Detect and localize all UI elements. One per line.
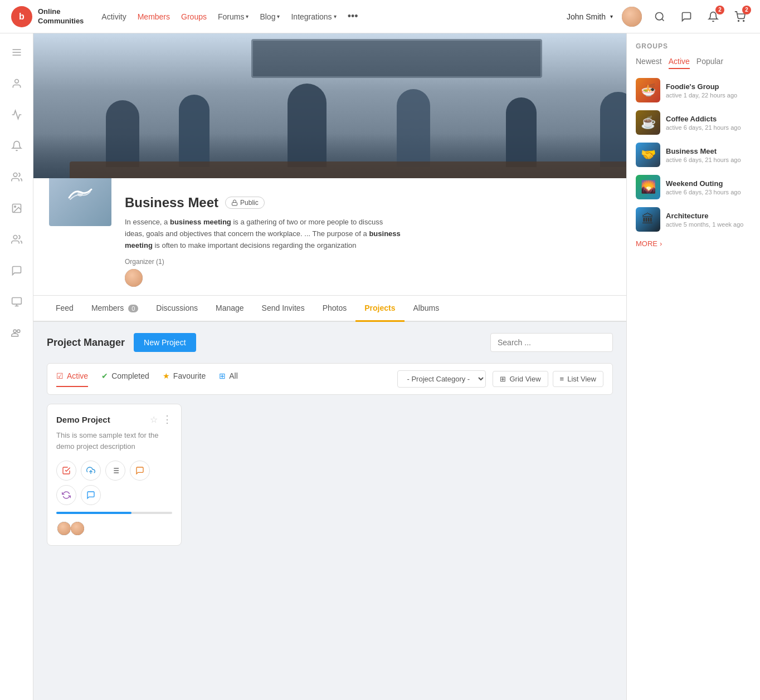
card-icons xyxy=(56,461,172,505)
notifications-button[interactable]: 2 xyxy=(704,8,722,26)
progress-fill xyxy=(56,512,131,514)
grid-view-icon: ⊞ xyxy=(500,375,506,383)
project-card: Demo Project ☆ ⋮ This is some sample tex… xyxy=(47,404,182,546)
tab-discussions[interactable]: Discussions xyxy=(147,296,207,322)
sidebar-user-icon[interactable] xyxy=(7,74,27,94)
notifications-badge: 2 xyxy=(715,6,724,14)
cart-button[interactable]: 2 xyxy=(731,8,749,26)
nav-activity[interactable]: Activity xyxy=(101,12,126,21)
card-description: This is some sample text for the demo pr… xyxy=(56,430,172,452)
sidebar-pages-icon[interactable] xyxy=(7,292,27,312)
more-groups-link[interactable]: MORE › xyxy=(636,239,751,248)
sidebar-tab-active[interactable]: Active xyxy=(669,57,690,69)
sidebar-group-tabs: Newest Active Popular xyxy=(636,57,751,69)
filter-all[interactable]: ⊞ All xyxy=(219,371,238,387)
list-item[interactable]: 🤝 Business Meet active 6 days, 21 hours … xyxy=(636,143,751,167)
chat-orange-icon-button[interactable] xyxy=(130,461,150,481)
member-avatar-2 xyxy=(70,521,85,536)
nav-blog[interactable]: Blog ▾ xyxy=(260,12,280,21)
group-info-weekend: Weekend Outing active 6 days, 23 hours a… xyxy=(666,179,751,195)
svg-point-10 xyxy=(14,206,15,208)
filter-favourite[interactable]: ★ Favourite xyxy=(163,371,206,387)
group-thumb-weekend: 🌄 xyxy=(636,175,660,199)
sidebar-tab-newest[interactable]: Newest xyxy=(636,57,662,69)
filter-active[interactable]: ☑ Active xyxy=(56,371,88,387)
svg-point-7 xyxy=(14,80,18,84)
svg-rect-12 xyxy=(12,298,21,305)
sidebar-friends-icon[interactable] xyxy=(7,229,27,249)
group-info-coffee: Coffee Addicts active 6 days, 21 hours a… xyxy=(666,115,751,131)
sidebar-activity-icon[interactable] xyxy=(7,105,27,125)
sidebar-chat-icon[interactable] xyxy=(7,261,27,281)
sidebar-notification-icon[interactable] xyxy=(7,136,27,156)
svg-point-2 xyxy=(738,20,739,21)
svg-rect-16 xyxy=(232,202,237,205)
svg-point-11 xyxy=(13,236,17,239)
list-item[interactable]: 🏛 Architecture active 5 months, 1 week a… xyxy=(636,207,751,232)
group-info-architecture: Architecture active 5 months, 1 week ago xyxy=(666,212,751,228)
message-blue-icon-button[interactable] xyxy=(81,485,101,505)
progress-bar xyxy=(56,512,172,514)
project-manager-title: Project Manager xyxy=(47,337,125,349)
list-item[interactable]: 🌄 Weekend Outing active 6 days, 23 hours… xyxy=(636,175,751,199)
svg-line-1 xyxy=(662,18,664,21)
card-menu-button[interactable]: ⋮ xyxy=(162,413,172,425)
user-avatar[interactable] xyxy=(622,7,642,27)
logo[interactable]: b Online Communities xyxy=(11,6,84,27)
search-button[interactable] xyxy=(651,8,669,26)
nav-forums[interactable]: Forums ▾ xyxy=(218,12,249,21)
group-thumb-architecture: 🏛 xyxy=(636,207,660,232)
project-header: Project Manager New Project xyxy=(47,333,613,352)
logo-icon: b xyxy=(11,6,32,27)
grid-view-button[interactable]: ⊞ Grid View xyxy=(493,371,548,387)
group-thumb-business: 🤝 xyxy=(636,143,660,167)
sidebar-groups-icon[interactable] xyxy=(7,167,27,187)
nav-integrations[interactable]: Integrations ▾ xyxy=(291,12,336,21)
group-public-badge: Public xyxy=(225,197,265,209)
sidebar-tab-popular[interactable]: Popular xyxy=(696,57,723,69)
check-circle-icon: ✔ xyxy=(101,371,108,380)
project-category-select[interactable]: - Project Category - xyxy=(397,370,486,388)
list-view-button[interactable]: ≡ List View xyxy=(553,371,603,387)
chevron-right-icon: › xyxy=(660,239,662,248)
tab-photos[interactable]: Photos xyxy=(314,296,356,322)
svg-point-3 xyxy=(743,20,744,21)
sidebar-gallery-icon[interactable] xyxy=(7,198,27,218)
list-icon-button[interactable] xyxy=(105,461,125,481)
sidebar-menu-icon[interactable] xyxy=(7,42,27,62)
messages-button[interactable] xyxy=(678,8,695,26)
nav-groups[interactable]: Groups xyxy=(181,12,207,21)
tab-albums[interactable]: Albums xyxy=(405,296,449,322)
filter-completed[interactable]: ✔ Completed xyxy=(101,371,149,387)
card-star-button[interactable]: ☆ xyxy=(150,414,158,425)
list-view-icon: ≡ xyxy=(560,375,564,383)
list-item[interactable]: 🍜 Foodie's Group active 1 day, 22 hours … xyxy=(636,78,751,102)
project-search-input[interactable] xyxy=(490,333,613,352)
new-project-button[interactable]: New Project xyxy=(134,333,196,352)
sidebar-invite-icon[interactable] xyxy=(7,323,27,343)
tab-members[interactable]: Members 0 xyxy=(82,296,147,322)
tab-send-invites[interactable]: Send Invites xyxy=(253,296,314,322)
members-badge: 0 xyxy=(128,305,138,312)
user-profile[interactable]: John Smith ▾ xyxy=(567,12,613,21)
cart-badge: 2 xyxy=(742,6,751,14)
tab-manage[interactable]: Manage xyxy=(207,296,253,322)
nav-links: Activity Members Groups Forums ▾ Blog ▾ … xyxy=(101,11,358,22)
member-avatar-1 xyxy=(56,521,72,536)
star-icon: ★ xyxy=(163,371,170,380)
nav-members[interactable]: Members xyxy=(138,12,170,21)
project-area: Project Manager New Project ☑ Active ✔ C… xyxy=(33,322,626,557)
task-icon-button[interactable] xyxy=(56,461,76,481)
tab-projects[interactable]: Projects xyxy=(355,296,404,322)
list-item[interactable]: ☕ Coffee Addicts active 6 days, 21 hours… xyxy=(636,110,751,135)
lock-icon xyxy=(231,199,238,206)
upload-icon-button[interactable] xyxy=(81,461,101,481)
sync-icon-button[interactable] xyxy=(56,485,76,505)
card-member-avatars xyxy=(56,521,172,536)
tab-feed[interactable]: Feed xyxy=(47,296,82,322)
group-thumb-foodie: 🍜 xyxy=(636,78,660,102)
svg-point-0 xyxy=(656,12,663,19)
group-thumb-coffee: ☕ xyxy=(636,110,660,135)
groups-section-title: GROUPS xyxy=(636,42,751,50)
nav-more[interactable]: ••• xyxy=(348,11,358,22)
